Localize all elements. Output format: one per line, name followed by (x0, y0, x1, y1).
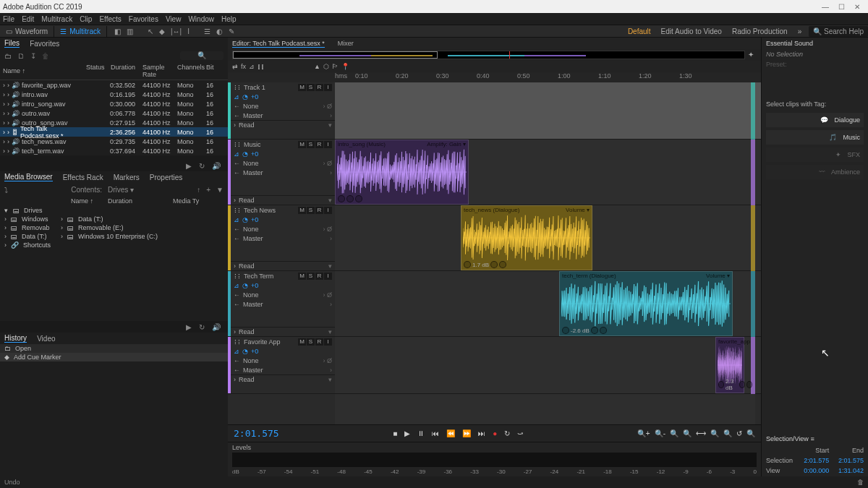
toolbar-icon[interactable]: ☰ (204, 27, 210, 35)
audio-clip[interactable]: tech_term (Dialogue)Volume ▾ -2.6 dB (559, 271, 733, 336)
maximize-icon[interactable]: ☐ (833, 3, 849, 11)
zoom-icon[interactable]: 🔍 (683, 429, 692, 437)
file-row[interactable]: ››🎛Tech Talk Podcast.sesx *2:36.25644100… (0, 127, 228, 137)
send-icon[interactable]: ⊿ (249, 63, 255, 70)
play-icon[interactable]: ▶ (186, 323, 192, 331)
zoom-full-icon[interactable]: ⟷ (696, 429, 706, 437)
toolbar-icon[interactable]: ▥ (127, 27, 133, 35)
file-row[interactable]: ››🔊intro.wav0:16.19544100 HzMono16 (0, 90, 228, 99)
monitor-button[interactable]: I (324, 84, 332, 91)
mute-button[interactable]: M (298, 141, 306, 148)
trash-icon[interactable]: 🗑 (42, 52, 49, 60)
monitor-button[interactable]: I (324, 207, 332, 214)
toolbar-icon[interactable]: ◐ (216, 27, 223, 35)
tab-properties[interactable]: Properties (150, 174, 183, 181)
tab-mixer[interactable]: Mixer (338, 40, 354, 47)
monitor-button[interactable]: I (324, 141, 332, 148)
zoom-icon[interactable]: 🔍 (710, 429, 719, 437)
menu-edit[interactable]: Edit (22, 15, 34, 23)
mute-button[interactable]: M (298, 84, 306, 91)
track-header[interactable]: ⫶⫶Music MSRI ⊿◔+0 ←None› Ø ←Master› ›Rea… (228, 140, 335, 205)
menu-effects[interactable]: Effects (99, 15, 121, 23)
zoom-icon[interactable]: ↺ (736, 429, 742, 437)
col-samplerate[interactable]: Sample Rate (142, 64, 177, 78)
record-file-icon[interactable]: 🗋 (17, 52, 25, 60)
workspace-radio[interactable]: Radio Production (732, 27, 788, 35)
loop-button[interactable]: ↻ (504, 429, 510, 437)
stop-button[interactable]: ■ (393, 429, 397, 437)
folder-icon[interactable]: ⤵ (4, 186, 8, 194)
slip-tool-icon[interactable]: |↔| (171, 27, 182, 35)
tab-editor[interactable]: Editor: Tech Talk Podcast.sesx * (232, 40, 325, 48)
view-end[interactable]: 1:31.042 (833, 466, 867, 475)
toolbar-icon[interactable]: ◧ (114, 27, 121, 35)
minimize-icon[interactable]: — (817, 3, 833, 11)
menu-view[interactable]: View (166, 15, 182, 23)
col-status[interactable]: Status (86, 64, 108, 78)
tool-icon[interactable]: 🏳 (332, 63, 339, 70)
track-lane[interactable] (335, 82, 761, 140)
monitor-button[interactable]: I (324, 273, 332, 280)
skip-selection-button[interactable]: ⤻ (517, 429, 523, 437)
go-end-button[interactable]: ⏭ (478, 429, 485, 437)
record-button[interactable]: ● (493, 429, 497, 437)
loop-icon[interactable]: ↻ (199, 162, 205, 170)
solo-button[interactable]: S (307, 338, 315, 346)
menu-window[interactable]: Window (188, 15, 214, 23)
move-tool-icon[interactable]: ↖ (148, 27, 153, 35)
workspace-more-icon[interactable]: » (798, 27, 802, 35)
tool-icon[interactable]: ▲ (314, 63, 320, 70)
selection-start[interactable]: 2:01.575 (799, 456, 833, 465)
tab-video[interactable]: Video (37, 335, 55, 343)
insert-icon[interactable]: ↧ (30, 52, 36, 60)
tool-icon[interactable]: 📍 (341, 63, 349, 70)
arm-record-button[interactable]: R (315, 84, 323, 91)
arm-record-button[interactable]: R (315, 207, 323, 214)
eq-icon[interactable]: ⫿⫿ (258, 63, 265, 70)
tool-icon[interactable]: ⬡ (323, 63, 329, 70)
close-icon[interactable]: ✕ (849, 3, 865, 11)
arm-record-button[interactable]: R (315, 141, 323, 148)
file-row[interactable]: ››🔊intro_song.wav0:30.00044100 HzMono16 (0, 99, 228, 108)
mute-button[interactable]: M (298, 273, 306, 280)
file-row[interactable]: ››🔊tech_term.wav0:37.69444100 HzMono16 (0, 146, 228, 155)
file-row[interactable]: ››🔊favorite_app.wav0:32.50244100 HzMono1… (0, 80, 228, 90)
auto-play-icon[interactable]: 🔊 (212, 323, 221, 331)
auto-play-icon[interactable]: 🔊 (212, 162, 221, 170)
go-start-button[interactable]: ⏮ (432, 429, 439, 437)
mute-button[interactable]: M (298, 207, 306, 214)
zoom-icon[interactable]: 🔍 (670, 429, 678, 437)
razor-tool-icon[interactable]: ◆ (159, 27, 165, 35)
open-file-icon[interactable]: 🗀 (4, 52, 12, 60)
zoom-in-icon[interactable]: 🔍+ (637, 429, 650, 437)
track-lane[interactable] (335, 337, 761, 394)
zoom-icon[interactable]: 🔍 (746, 429, 755, 437)
audio-clip[interactable]: tech_news (Dialogue)Volume ▾ 1.7 dB (461, 205, 592, 270)
arm-record-button[interactable]: R (315, 338, 323, 346)
selection-end[interactable]: 2:01.575 (833, 456, 867, 465)
tag-button-dialogue[interactable]: 💬Dialogue (766, 113, 864, 127)
up-icon[interactable]: ↑ (197, 186, 200, 194)
files-search-input[interactable]: 🔍 (180, 51, 224, 60)
tag-button-music[interactable]: 🎵Music (766, 130, 864, 145)
track-header[interactable]: ⫶⫶Track 1 MSRI ⊿◔+0 ←None› Ø ←Master› ›R… (228, 82, 335, 140)
tool-icon[interactable]: ⇄ (232, 63, 238, 70)
col-name[interactable]: Name ↑ (3, 64, 86, 78)
col-channels[interactable]: Channels (177, 64, 206, 78)
waveform-view-button[interactable]: ▭ Waveform (0, 26, 54, 37)
tab-favorites[interactable]: Favorites (30, 40, 59, 48)
play-icon[interactable]: ▶ (186, 162, 192, 170)
search-help[interactable]: 🔍 Search Help (809, 26, 868, 37)
contents-dropdown[interactable]: Drives ▾ (108, 186, 134, 194)
tab-history[interactable]: History (4, 334, 27, 343)
toolbar-icon[interactable]: ✎ (229, 27, 234, 35)
pause-button[interactable]: ⏸ (417, 429, 425, 437)
tab-files[interactable]: Files (4, 39, 20, 48)
menu-multitrack[interactable]: Multitrack (41, 15, 72, 23)
mute-button[interactable]: M (298, 338, 306, 346)
filter-icon[interactable]: ▼ (216, 186, 224, 194)
time-selection-icon[interactable]: I (187, 27, 190, 35)
tab-effects-rack[interactable]: Effects Rack (63, 174, 103, 181)
menu-clip[interactable]: Clip (80, 15, 92, 23)
file-row[interactable]: ››🔊tech_news.wav0:29.73544100 HzMono16 (0, 137, 228, 146)
